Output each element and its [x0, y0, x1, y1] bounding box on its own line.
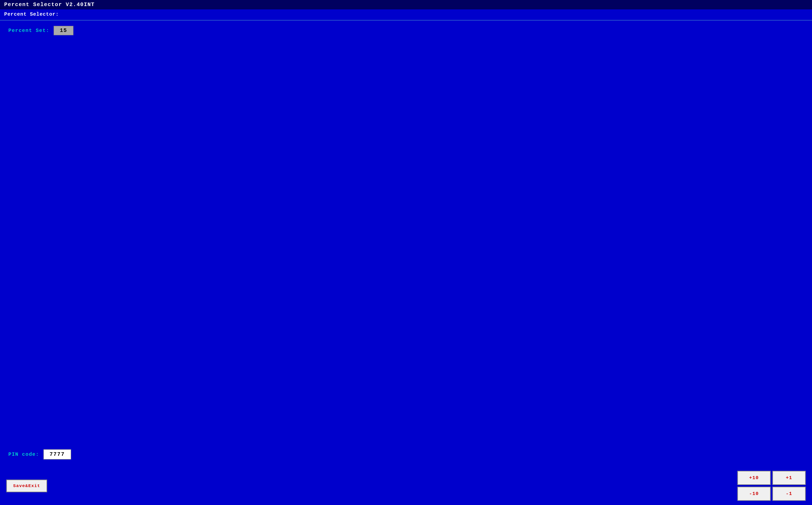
minus-one-button[interactable]: -1 [772, 487, 806, 501]
plus-one-button[interactable]: +1 [772, 471, 806, 485]
pin-code-row: PIN code: 7777 [0, 446, 79, 463]
pin-code-label: PIN code: [8, 452, 39, 457]
percent-set-label: Percent Set: [8, 28, 49, 33]
pin-code-value: 7777 [43, 449, 71, 460]
title-bar: Percent Selector V2.40INT [0, 0, 812, 9]
percent-set-value: 15 [54, 26, 73, 35]
page-subtitle: Percent Selector: [0, 9, 812, 18]
title-text: Percent Selector V2.40INT [4, 2, 95, 8]
minus-ten-button[interactable]: -10 [737, 487, 771, 501]
save-exit-button[interactable]: Save&Exit [6, 480, 47, 492]
percent-set-row: Percent Set: 15 [0, 22, 812, 39]
adjust-buttons: +10 +1 -10 -1 [737, 471, 806, 501]
bottom-bar: Save&Exit +10 +1 -10 -1 [0, 467, 812, 505]
divider [0, 20, 812, 20]
plus-ten-button[interactable]: +10 [737, 471, 771, 485]
